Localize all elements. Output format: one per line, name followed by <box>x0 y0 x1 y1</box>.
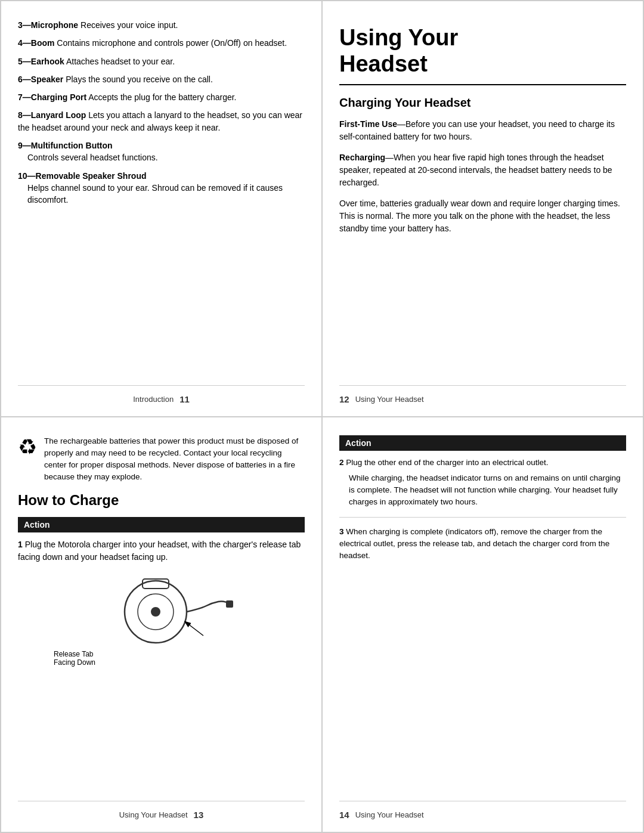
recycle-icon: ♻ <box>18 436 37 458</box>
item-label: Microphone <box>31 20 78 30</box>
step-number: 3 <box>339 527 346 536</box>
item-description: Helps channel sound to your ear. Shroud … <box>27 182 305 206</box>
item-description: Contains microphone and controls power (… <box>54 38 287 48</box>
step-main: 2 Plug the other end of the charger into… <box>339 457 626 469</box>
item-label: Speaker <box>31 75 63 84</box>
diagram-label: Release Tab Facing Down <box>54 650 95 667</box>
step-number: 2 <box>339 458 346 467</box>
svg-rect-4 <box>226 600 233 608</box>
bottom-left-content: ♻ The rechargeable batteries that power … <box>18 435 305 673</box>
page-number: 14 <box>339 810 349 820</box>
list-item: 6—Speaker Plays the sound you receive on… <box>18 73 305 85</box>
page-footer: Using Your Headset 13 <box>18 801 305 820</box>
item-number: 4—Boom <box>18 38 54 48</box>
top-right-quadrant: Using YourHeadset Charging Your Headset … <box>322 1 643 417</box>
list-item: 7—Charging Port Accepts the plug for the… <box>18 91 305 103</box>
divider <box>339 517 626 518</box>
item-label: Earhook <box>31 57 64 66</box>
item-number: 3—Microphone <box>18 20 78 30</box>
bottom-right-content: Action 2 Plug the other end of the charg… <box>339 435 626 568</box>
paragraph-overtime: Over time, batteries gradually wear down… <box>339 197 626 235</box>
list-item: 9—Multifunction Button Controls several … <box>18 140 305 164</box>
step-text: Plug the Motorola charger into your head… <box>18 540 301 562</box>
item-number: 10—Removable Speaker Shroud <box>18 171 147 181</box>
list-item: 10—Removable Speaker Shroud Helps channe… <box>18 170 305 206</box>
list-item: 8—Lanyard Loop Lets you attach a lanyard… <box>18 109 305 134</box>
action-step-2: 2 Plug the other end of the charger into… <box>339 457 626 509</box>
item-number: 9—Multifunction Button <box>18 141 113 150</box>
charger-diagram: Release Tab Facing Down <box>18 573 305 667</box>
action-header: Action <box>18 517 305 532</box>
step-number: 1 <box>18 540 25 549</box>
item-description: Plays the sound you receive on the call. <box>63 75 213 84</box>
section-title: Using YourHeadset <box>339 25 626 77</box>
action-header: Action <box>339 435 626 451</box>
page-grid: 3—Microphone Receives your voice input. … <box>0 0 644 833</box>
step-2-subtext: While charging, the headset indicator tu… <box>349 472 626 509</box>
paragraph-recharging: Recharging—When you hear five rapid high… <box>339 151 626 189</box>
list-item: 5—Earhook Attaches headset to your ear. <box>18 55 305 67</box>
page-number: 13 <box>194 810 204 820</box>
page-number: 12 <box>339 394 349 404</box>
page-footer: 12 Using Your Headset <box>339 385 626 404</box>
top-right-content: Using YourHeadset Charging Your Headset … <box>339 19 626 243</box>
top-left-quadrant: 3—Microphone Receives your voice input. … <box>1 1 322 417</box>
list-item: 4—Boom Contains microphone and controls … <box>18 37 305 49</box>
action-step-3: 3 When charging is complete (indicators … <box>339 526 626 562</box>
charger-svg <box>90 573 233 651</box>
item-number: 7—Charging Port <box>18 92 86 102</box>
step-2-text: Plug the other end of the charger into a… <box>346 458 548 467</box>
item-label: Lanyard Loop <box>31 110 86 120</box>
item-description: Receives your voice input. <box>78 20 178 30</box>
subsection-title: Charging Your Headset <box>339 96 626 110</box>
action-step-1: 1 Plug the Motorola charger into your he… <box>18 538 305 563</box>
item-description: Accepts the plug for the battery charger… <box>86 92 236 102</box>
paragraph-first-use: First-Time Use—Before you can use your h… <box>339 118 626 143</box>
step-3-text: When charging is complete (indicators of… <box>339 527 609 561</box>
item-number: 5—Earhook <box>18 57 64 66</box>
section-divider <box>339 84 626 85</box>
term-recharging: Recharging <box>339 153 385 162</box>
item-description: Attaches headset to your ear. <box>64 57 175 66</box>
footer-section: Introduction <box>133 395 174 404</box>
footer-section: Using Your Headset <box>355 810 424 819</box>
item-label: Charging Port <box>31 92 86 102</box>
page-footer: 14 Using Your Headset <box>339 801 626 820</box>
step-main: 3 When charging is complete (indicators … <box>339 526 626 562</box>
recycle-block: ♻ The rechargeable batteries that power … <box>18 435 305 484</box>
term-first-use: First-Time Use <box>339 119 397 129</box>
items-list: 3—Microphone Receives your voice input. … <box>18 19 305 385</box>
page-footer: Introduction 11 <box>18 385 305 404</box>
svg-line-5 <box>185 622 203 636</box>
footer-section: Using Your Headset <box>355 395 424 404</box>
item-number: 8—Lanyard Loop <box>18 110 86 120</box>
list-item: 3—Microphone Receives your voice input. <box>18 19 305 31</box>
recycle-text: The rechargeable batteries that power th… <box>44 435 305 484</box>
item-number: 6—Speaker <box>18 75 63 84</box>
svg-point-2 <box>151 607 160 617</box>
item-description: Controls several headset functions. <box>27 151 305 163</box>
bottom-left-quadrant: ♻ The rechargeable batteries that power … <box>1 417 322 833</box>
section-title-how-to-charge: How to Charge <box>18 492 305 509</box>
page-number: 11 <box>179 394 190 404</box>
bottom-right-quadrant: Action 2 Plug the other end of the charg… <box>322 417 643 833</box>
footer-section: Using Your Headset <box>119 810 188 819</box>
item-label: Boom <box>31 38 55 48</box>
